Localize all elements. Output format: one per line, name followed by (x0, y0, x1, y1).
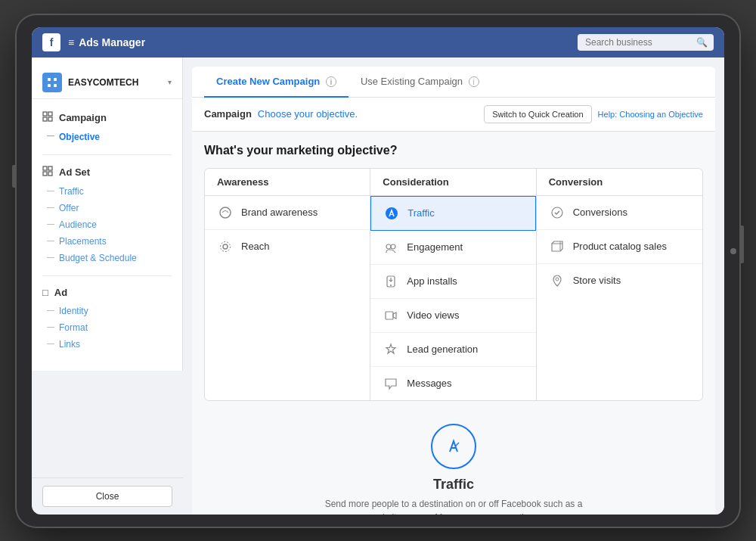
engagement-icon (383, 239, 399, 256)
sidebar-section-ad: □ Ad Identity Format Links (32, 282, 182, 353)
svg-rect-9 (48, 166, 52, 170)
reach-icon (217, 238, 234, 255)
objective-section: What's your marketing objective? Awarene… (192, 132, 715, 413)
traffic-detail-icon (431, 424, 476, 469)
product-catalog-label: Product catalog sales (573, 241, 667, 252)
traffic-detail-desc: Send more people to a destination on or … (310, 497, 597, 515)
sidebar-item-identity[interactable]: Identity (32, 303, 182, 319)
objective-grid-body: Brand awareness (205, 196, 702, 400)
brand-awareness-item[interactable]: Brand awareness (205, 196, 370, 230)
svg-point-17 (391, 244, 395, 249)
sidebar-item-objective[interactable]: Objective (32, 129, 182, 145)
svg-rect-4 (43, 112, 47, 116)
tab-use-existing[interactable]: Use Existing Campaign i (349, 67, 491, 98)
reach-item[interactable]: Reach (205, 230, 370, 263)
sidebar-section-adset: Ad Set Traffic Offer Audience Placements… (32, 161, 182, 266)
svg-rect-0 (48, 78, 51, 81)
store-visits-label: Store visits (573, 275, 621, 286)
app-installs-item[interactable]: App installs (370, 265, 535, 299)
product-catalog-item[interactable]: Product catalog sales (537, 230, 702, 264)
existing-tab-info-icon[interactable]: i (469, 76, 479, 87)
menu-icon[interactable]: ≡ (68, 36, 74, 48)
svg-point-16 (386, 244, 391, 249)
sidebar-adset-title: Ad Set (59, 166, 90, 178)
lead-generation-item[interactable]: Lead generation (370, 333, 535, 367)
svg-rect-20 (386, 312, 393, 319)
campaign-label: Campaign (204, 108, 252, 120)
sidebar-section-campaign: Campaign Objective (32, 107, 182, 145)
awareness-column: Brand awareness (205, 196, 370, 400)
sidebar-item-placements[interactable]: Placements (32, 233, 182, 250)
conversions-item[interactable]: Conversions (537, 196, 702, 230)
search-wrap: 🔍 (578, 34, 714, 51)
traffic-label: Traffic (407, 207, 434, 219)
objective-grid: Awareness Consideration Conversion (204, 168, 703, 401)
svg-point-24 (556, 278, 559, 281)
brand-awareness-icon (217, 204, 234, 221)
search-icon: 🔍 (696, 37, 708, 48)
engagement-item[interactable]: Engagement (370, 231, 535, 265)
sidebar-close-area: Close (32, 477, 183, 515)
account-icon (42, 73, 62, 92)
traffic-icon (383, 205, 400, 222)
objective-title: What's your marketing objective? (204, 144, 703, 157)
campaign-section-icon (42, 111, 53, 124)
sidebar-item-traffic[interactable]: Traffic (32, 183, 182, 200)
messages-item[interactable]: Messages (370, 367, 535, 400)
svg-rect-3 (54, 84, 57, 87)
facebook-logo: f (42, 33, 60, 51)
search-input[interactable] (578, 34, 714, 51)
sidebar-item-budget[interactable]: Budget & Schedule (32, 250, 182, 266)
app-installs-icon (383, 273, 399, 290)
sidebar-campaign-title: Campaign (59, 112, 107, 123)
video-views-label: Video views (407, 309, 459, 321)
awareness-header: Awareness (205, 169, 370, 195)
adset-section-icon (42, 166, 53, 179)
messages-icon (383, 375, 399, 392)
svg-point-14 (221, 241, 231, 251)
sidebar-account[interactable]: EASYCOMTECH ▾ (32, 67, 182, 99)
svg-point-13 (223, 244, 228, 249)
svg-rect-1 (54, 78, 57, 81)
svg-rect-7 (48, 117, 52, 121)
close-button[interactable]: Close (42, 486, 172, 507)
svg-point-12 (220, 207, 231, 218)
traffic-item[interactable]: Traffic (370, 196, 535, 231)
traffic-detail-title: Traffic (204, 477, 703, 493)
store-visits-item[interactable]: Store visits (537, 264, 702, 297)
tab-create-new[interactable]: Create New Campaign i (204, 67, 349, 98)
campaign-header: Campaign Choose your objective. Switch t… (192, 98, 715, 132)
sidebar-item-audience[interactable]: Audience (32, 216, 182, 233)
campaign-objective: Choose your objective. (258, 108, 478, 120)
app-installs-label: App installs (407, 275, 457, 287)
sidebar-item-offer[interactable]: Offer (32, 200, 182, 216)
sidebar-item-format[interactable]: Format (32, 319, 182, 336)
brand-awareness-label: Brand awareness (241, 207, 318, 218)
conversion-header: Conversion (537, 169, 702, 195)
main-content: Create New Campaign i Use Existing Campa… (183, 58, 724, 515)
store-visits-icon (549, 272, 565, 289)
tabs-bar: Create New Campaign i Use Existing Campa… (192, 67, 715, 98)
engagement-label: Engagement (407, 241, 463, 253)
svg-rect-5 (48, 112, 52, 116)
chevron-down-icon: ▾ (168, 78, 172, 86)
help-link[interactable]: Help: Choosing an Objective (598, 110, 703, 119)
sidebar-ad-title: Ad (54, 287, 67, 298)
lead-generation-label: Lead generation (407, 344, 478, 355)
svg-rect-10 (43, 172, 47, 176)
create-tab-info-icon[interactable]: i (326, 76, 336, 87)
video-views-item[interactable]: Video views (370, 299, 535, 333)
lead-generation-icon (383, 341, 399, 358)
quick-creation-button[interactable]: Switch to Quick Creation (484, 105, 591, 123)
consideration-header: Consideration (370, 169, 536, 195)
sidebar: EASYCOMTECH ▾ (32, 58, 183, 371)
conversions-icon (549, 204, 565, 221)
ad-section-icon: □ (42, 287, 48, 298)
objective-grid-headers: Awareness Consideration Conversion (205, 169, 702, 196)
svg-rect-2 (48, 84, 51, 87)
svg-point-19 (390, 284, 392, 286)
svg-rect-6 (43, 117, 47, 121)
app-title: Ads Manager (79, 36, 578, 48)
sidebar-item-links[interactable]: Links (32, 336, 182, 353)
messages-label: Messages (407, 378, 451, 389)
